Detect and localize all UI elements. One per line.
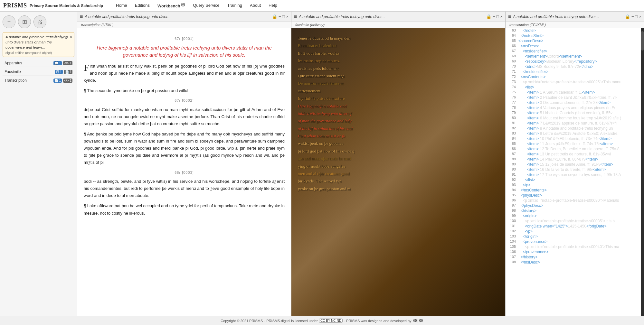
line-content: <item> 5 Urbain le Courtois (short versi… [518,111,641,115]
line-number: 76 [506,95,518,99]
line-content: <msIdentifier> [518,49,641,53]
prisms-logo: PRISMS [3,2,27,9]
xml-line: 75 <item> 1 A Sarum calendar, f. 1.</ite… [506,90,641,95]
line-number: 104 [506,239,518,243]
nav-about[interactable]: About [249,2,262,9]
apparatus-badge-2[interactable]: </> 1 [63,61,72,65]
xml-line: 98 <history> [506,208,641,213]
xml-content[interactable]: 63 </note>64 </notesStmt>65<sourceDesc>6… [506,28,641,316]
xml-line: 79 <item> 5 Urbain le Courtois (short ve… [506,110,641,116]
line-content: </msIdentifier> [518,70,641,74]
xml-line: 76 <item> 2 Psautier de saint J&#xE9;r&#… [506,95,641,100]
line-number: 82 [506,126,518,130]
line-number: 94 [506,188,518,192]
facsimile-badge-1[interactable]: 🖼 1 [55,70,62,74]
line-content: </msDesc> [518,260,641,265]
manuscript-line: Here bigynneþ a notable and [298,102,499,110]
copy-button[interactable]: ⊞ [18,15,31,28]
xml-scrollbar-thumb[interactable] [641,31,644,51]
xml-line: 107 </history> [506,255,641,260]
line-number: 91 [506,172,518,176]
line-number: 88 [506,157,518,161]
apparatus-label: Apparatus [5,61,53,65]
panel3-minimize-icon[interactable]: − [631,14,634,19]
line-number: 106 [506,250,518,254]
facsimile-badge-2[interactable]: 📄 1 [64,70,72,74]
nav-help[interactable]: Help [267,2,279,9]
line-number: 92 [506,178,518,181]
panel1-menu-icon[interactable]: ≡ [80,14,83,20]
edit-icon[interactable]: ✎ [59,34,63,40]
line-number: 89 [506,162,518,166]
transcription-badge-1[interactable]: 📄 1 [53,79,62,83]
facsimile-content[interactable]: Tener le duuetz od la mayn denEt embrace… [291,28,505,316]
nav-query-service[interactable]: Query Service [192,2,221,9]
panel-transcription-html: ≡ A notable and profitable tretis techyn… [77,12,291,316]
line-number: 95 [506,193,518,197]
panel2-header-icons: 🔒 − □ × [486,14,503,19]
manuscript-line: Que cette estane soient rega [298,72,499,79]
nav-home[interactable]: Home [115,2,128,9]
xml-line: 69 <repository>Bodleian Library</reposit… [506,59,641,64]
footer-license-badge: CC BY-NC-ND [319,319,343,323]
trans-para-3: deþe þat Crist suffrid for mankynde whan… [84,106,285,127]
manuscript-line: les mains trop ne mouetz [298,57,499,64]
line-content: </list> [518,178,641,182]
close-icon[interactable]: × [70,34,72,40]
xml-line: 78 <item> 4 Various prayers and religiou… [506,105,641,110]
add-button[interactable]: + [3,15,15,28]
xml-line: 70 <idno>MS Bodley 9, fols 67r-72r</idno… [506,64,641,69]
line-content: <item> 11 Jours p&#xE9;rilleux, ff. 74v-… [518,142,641,146]
line-content: <item> 14 Pri&#xE8;re, ff. 86r-87v</item… [518,157,641,162]
xml-line: 103 </origin> [506,234,641,239]
panel3-restore-icon[interactable]: □ [635,14,638,19]
line-content: <item> 15 12 joies de sainte Anne, ff. 9… [518,162,641,167]
transcription-content[interactable]: 67r [0001] Here bigynneþ a notable and p… [77,28,291,316]
panel3-close-icon[interactable]: × [639,14,641,19]
panel2-header: ≡ A notable and profitable tretis techyn… [291,12,505,22]
xml-line: 72 <msContents> [506,74,641,79]
line-content: <p xml:id="notable-profitable-treatise-s… [518,219,641,223]
line-number: 83 [506,131,518,135]
line-content: <item> 6 Mout est homme fous ke trop s&#… [518,116,641,120]
panel2-restore-icon[interactable]: □ [497,14,499,19]
line-number: 85 [506,142,518,145]
panel2-lock-icon[interactable]: 🔒 [486,14,491,19]
trans-para-6: ¶ Loke aftirward þat þou be wel occupied… [84,202,285,217]
panel1-close-icon[interactable]: × [286,14,289,19]
line-number: 67 [506,49,518,53]
panel3-lock-icon[interactable]: 🔒 [625,14,630,19]
manuscript-line: þir kynde. The secoyd tyn [298,177,499,185]
nav-training[interactable]: Training [226,2,243,9]
xml-scrollbar-track[interactable] [641,28,644,316]
line-content: <msContents> [518,75,641,79]
footer-sep1: · [264,319,265,323]
folio-marker-1: 67r [0001] [84,36,285,42]
nav-editions[interactable]: Editions [134,2,151,9]
print-button[interactable]: 🖨 [33,15,46,28]
panel2-menu-icon[interactable]: ≡ [294,14,297,20]
panel2-close-icon[interactable]: × [500,14,503,19]
line-number: 70 [506,64,518,68]
panel3-menu-icon[interactable]: ≡ [508,14,511,20]
panel1-subtitle: transcription (HTML) [77,22,291,28]
xml-line: 95 <physDesc> [506,193,641,198]
line-number: 102 [506,229,518,233]
settings-icon[interactable]: ⊙ [64,34,68,40]
panel1-lock-icon[interactable]: 🔒 [272,14,277,19]
sidebar: + ⊞ 🖨 A notable and profitable tretis te… [0,12,77,316]
line-content: <item> 7 L&#x2019;apprise de nurture, ff… [518,121,641,125]
trans-para-1: F irst whan thou arisist or fully wakist… [84,63,285,84]
manuscript-line: men and al oþir creatures good [298,170,499,177]
panel2-minimize-icon[interactable]: − [493,14,495,19]
apparatus-badge-1[interactable]: 💬 1 [53,61,62,65]
line-number: 80 [506,116,518,120]
panel3-title: A notable and profitable tretis techyng … [513,14,623,19]
xml-line: 97 </physDesc> [506,203,641,208]
transcription-badge-2[interactable]: </> 1 [63,79,72,83]
line-number: 75 [506,90,518,94]
panel1-restore-icon[interactable]: □ [282,14,285,19]
view-icon[interactable]: 👁 [53,34,58,40]
nav-workbench[interactable]: Workbench1 [156,2,186,9]
panel1-minimize-icon[interactable]: − [279,14,281,19]
